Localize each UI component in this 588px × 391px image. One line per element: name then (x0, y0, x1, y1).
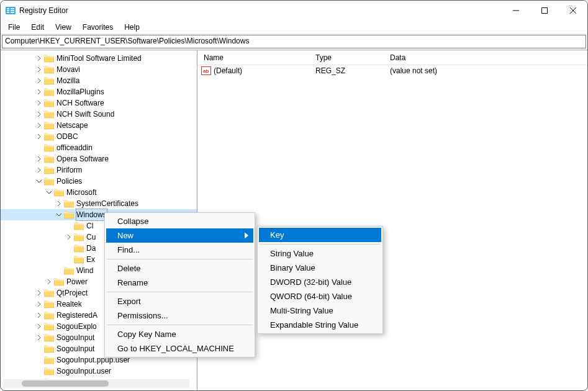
folder-icon (54, 277, 64, 286)
menu-item-string-value[interactable]: String Value (259, 246, 381, 261)
folder-icon (44, 367, 54, 375)
menu-item-binary-value[interactable]: Binary Value (259, 261, 381, 275)
column-header-data[interactable]: Data (390, 53, 587, 62)
submenu-arrow-icon (245, 231, 248, 240)
tree-node-label: Cl (86, 220, 93, 231)
folder-icon (44, 110, 54, 119)
caret-down-icon[interactable] (35, 178, 43, 185)
caret-right-icon[interactable] (55, 200, 63, 207)
folder-icon (44, 311, 54, 320)
folder-icon (44, 88, 54, 96)
tree-node[interactable]: Opera Software (1, 153, 197, 164)
caret-none (65, 245, 73, 252)
caret-right-icon[interactable] (35, 66, 43, 73)
tree-node[interactable]: SogouInput.user (1, 366, 197, 377)
folder-icon (54, 188, 64, 197)
caret-right-icon[interactable] (35, 133, 43, 140)
menu-file[interactable]: File (3, 22, 25, 33)
horizontal-scrollbar[interactable] (3, 379, 189, 388)
folder-icon (74, 244, 84, 253)
tree-node-label: Microsoft (66, 187, 97, 198)
caret-right-icon[interactable] (35, 77, 43, 84)
caret-right-icon[interactable] (35, 289, 43, 297)
folder-icon (44, 356, 54, 364)
tree-node[interactable]: NCH Software (1, 97, 197, 109)
caret-right-icon[interactable] (35, 99, 43, 107)
tree-node[interactable]: Movavi (1, 64, 197, 75)
tree-node[interactable]: Policies (1, 176, 197, 187)
caret-right-icon[interactable] (35, 122, 43, 129)
maximize-button[interactable] (530, 1, 559, 20)
svg-rect-4 (11, 8, 14, 9)
tree-node-label: Da (86, 243, 96, 254)
svg-rect-5 (11, 10, 14, 11)
menu-item-key[interactable]: Key (259, 228, 381, 242)
caret-none (55, 267, 63, 274)
tree-node-label: Windows (76, 209, 107, 220)
tree-node[interactable]: ODBC (1, 131, 197, 142)
caret-right-icon[interactable] (35, 166, 43, 174)
menu-item-export[interactable]: Export (106, 294, 253, 308)
menu-item-multi-string-value[interactable]: Multi-String Value (259, 303, 381, 318)
menu-favorites[interactable]: Favorites (78, 22, 118, 33)
tree-node[interactable]: Mozilla (1, 75, 197, 86)
caret-right-icon[interactable] (65, 233, 73, 241)
folder-icon (44, 289, 54, 297)
tree-node-label: Ex (86, 254, 95, 265)
menu-item-collapse[interactable]: Collapse (106, 214, 253, 228)
menu-item-qword-64-bit-value[interactable]: QWORD (64-bit) Value (259, 289, 381, 303)
menu-item-dword-32-bit-value[interactable]: DWORD (32-bit) Value (259, 275, 381, 289)
folder-icon (44, 54, 54, 63)
tree-node-label: MiniTool Software Limited (57, 53, 142, 64)
folder-icon (44, 300, 54, 308)
tree-node[interactable]: NCH Swift Sound (1, 109, 197, 120)
caret-right-icon[interactable] (35, 88, 43, 96)
caret-down-icon[interactable] (55, 211, 63, 218)
menu-item-go-to-hkey-local-machine[interactable]: Go to HKEY_LOCAL_MACHINE (106, 341, 253, 356)
caret-right-icon[interactable] (35, 323, 43, 330)
tree-node-label: NCH Software (57, 97, 104, 109)
menu-help[interactable]: Help (119, 22, 145, 33)
tree-node[interactable]: Netscape (1, 120, 197, 131)
tree-node-label: SogouExplo (57, 321, 97, 332)
value-row[interactable]: ab(Default)REG_SZ(value not set) (197, 65, 587, 76)
menu-item-find[interactable]: Find... (106, 243, 253, 257)
caret-right-icon[interactable] (45, 278, 53, 285)
caret-right-icon[interactable] (35, 312, 43, 319)
svg-rect-3 (7, 12, 9, 13)
caret-none (35, 144, 43, 151)
registry-editor-window: Registry Editor FileEditViewFavoritesHel… (0, 0, 588, 391)
tree-node[interactable]: MozillaPlugins (1, 86, 197, 97)
value-data: (value not set) (390, 66, 437, 75)
caret-right-icon[interactable] (35, 300, 43, 308)
column-header-type[interactable]: Type (315, 53, 390, 62)
folder-icon (44, 121, 54, 130)
tree-node[interactable]: Piriform (1, 164, 197, 176)
value-list-pane[interactable]: Name Type Data ab(Default)REG_SZ(value n… (197, 50, 587, 390)
menu-item-rename[interactable]: Rename (106, 276, 253, 290)
menu-view[interactable]: View (50, 22, 76, 33)
address-bar[interactable]: Computer\HKEY_CURRENT_USER\Software\Poli… (2, 35, 586, 48)
tree-node[interactable]: MiniTool Software Limited (1, 53, 197, 64)
caret-right-icon[interactable] (35, 155, 43, 163)
menu-item-delete[interactable]: Delete (106, 261, 253, 276)
caret-right-icon[interactable] (35, 334, 43, 341)
minimize-button[interactable] (502, 1, 530, 20)
menu-edit[interactable]: Edit (26, 22, 49, 33)
tree-node[interactable]: SystemCertificates (1, 198, 197, 209)
folder-icon (44, 177, 54, 186)
close-button[interactable] (559, 1, 587, 20)
tree-node[interactable]: Microsoft (1, 187, 197, 198)
menu-item-expandable-string-value[interactable]: Expandable String Value (259, 318, 381, 332)
caret-right-icon[interactable] (35, 110, 43, 118)
caret-down-icon[interactable] (45, 189, 53, 196)
menu-item-new[interactable]: New (106, 228, 253, 243)
menu-item-copy-key-name[interactable]: Copy Key Name (106, 327, 253, 341)
regedit-icon (6, 6, 16, 16)
tree-node[interactable]: officeaddin (1, 142, 197, 153)
folder-icon (44, 65, 54, 74)
caret-none (35, 345, 43, 353)
menu-item-permissions[interactable]: Permissions... (106, 308, 253, 323)
column-header-name[interactable]: Name (197, 53, 315, 62)
caret-right-icon[interactable] (35, 55, 43, 62)
